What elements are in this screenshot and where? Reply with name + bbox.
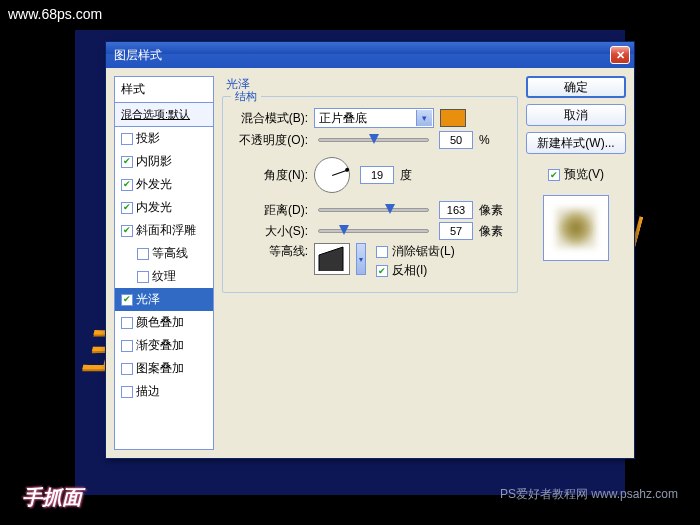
style-label: 斜面和浮雕	[136, 222, 196, 239]
invert-label: 反相(I)	[392, 262, 427, 279]
opacity-label: 不透明度(O):	[233, 132, 308, 149]
style-checkbox[interactable]	[121, 133, 133, 145]
angle-label: 角度(N):	[233, 167, 308, 184]
angle-indicator	[332, 170, 347, 176]
opacity-input[interactable]: 50	[439, 131, 473, 149]
distance-slider[interactable]	[318, 208, 429, 212]
blend-mode-label: 混合模式(B):	[233, 110, 308, 127]
opacity-thumb[interactable]	[369, 134, 379, 144]
style-checkbox[interactable]	[121, 340, 133, 352]
chevron-down-icon: ▾	[359, 255, 363, 264]
structure-fieldset: 结构 混合模式(B): 正片叠底 ▾ 不透明度(O): 50 % 角	[222, 96, 518, 293]
size-row: 大小(S): 57 像素	[233, 222, 507, 240]
style-label: 纹理	[152, 268, 176, 285]
dialog-titlebar[interactable]: 图层样式 ✕	[106, 42, 634, 68]
style-checkbox[interactable]: ✔	[121, 156, 133, 168]
style-label: 投影	[136, 130, 160, 147]
distance-thumb[interactable]	[385, 204, 395, 214]
antialias-checkbox[interactable]	[376, 246, 388, 258]
watermark-bottom-left: 手抓面	[22, 484, 82, 511]
style-label: 描边	[136, 383, 160, 400]
style-checkbox[interactable]	[121, 386, 133, 398]
style-item-1[interactable]: ✔内阴影	[115, 150, 213, 173]
style-item-0[interactable]: 投影	[115, 127, 213, 150]
style-checkbox[interactable]: ✔	[121, 179, 133, 191]
style-item-5[interactable]: 等高线	[115, 242, 213, 265]
blend-mode-select[interactable]: 正片叠底 ▾	[314, 108, 434, 128]
preview-checkbox[interactable]: ✔	[548, 169, 560, 181]
blend-mode-value: 正片叠底	[319, 110, 367, 127]
color-swatch[interactable]	[440, 109, 466, 127]
style-item-3[interactable]: ✔内发光	[115, 196, 213, 219]
angle-unit: 度	[400, 167, 428, 184]
size-unit: 像素	[479, 223, 507, 240]
preview-toggle-row: ✔ 预览(V)	[526, 166, 626, 183]
opacity-row: 不透明度(O): 50 %	[233, 131, 507, 149]
preview-sample	[556, 208, 596, 248]
style-label: 渐变叠加	[136, 337, 184, 354]
style-label: 内阴影	[136, 153, 172, 170]
style-item-11[interactable]: 描边	[115, 380, 213, 403]
distance-row: 距离(D): 163 像素	[233, 201, 507, 219]
style-item-2[interactable]: ✔外发光	[115, 173, 213, 196]
style-label: 内发光	[136, 199, 172, 216]
style-label: 外发光	[136, 176, 172, 193]
preview-label: 预览(V)	[564, 166, 604, 183]
size-thumb[interactable]	[339, 225, 349, 235]
style-label: 光泽	[136, 291, 160, 308]
ok-button[interactable]: 确定	[526, 76, 626, 98]
invert-checkbox[interactable]: ✔	[376, 265, 388, 277]
style-label: 等高线	[152, 245, 188, 262]
style-checkbox[interactable]	[121, 317, 133, 329]
styles-list: 投影✔内阴影✔外发光✔内发光✔斜面和浮雕等高线纹理✔光泽颜色叠加渐变叠加图案叠加…	[115, 127, 213, 449]
style-item-10[interactable]: 图案叠加	[115, 357, 213, 380]
style-preview	[543, 195, 609, 261]
style-item-7[interactable]: ✔光泽	[115, 288, 213, 311]
angle-dial[interactable]	[314, 157, 350, 193]
style-item-6[interactable]: 纹理	[115, 265, 213, 288]
contour-label: 等高线:	[233, 243, 308, 260]
watermark-top: www.68ps.com	[8, 6, 102, 22]
close-icon: ✕	[616, 49, 625, 62]
contour-picker[interactable]	[314, 243, 350, 275]
size-label: 大小(S):	[233, 223, 308, 240]
style-item-4[interactable]: ✔斜面和浮雕	[115, 219, 213, 242]
contour-dropdown[interactable]: ▾	[356, 243, 366, 275]
size-input[interactable]: 57	[439, 222, 473, 240]
styles-list-panel: 样式 混合选项:默认 投影✔内阴影✔外发光✔内发光✔斜面和浮雕等高线纹理✔光泽颜…	[114, 76, 214, 450]
distance-input[interactable]: 163	[439, 201, 473, 219]
antialias-row: 消除锯齿(L)	[376, 243, 455, 260]
style-checkbox[interactable]: ✔	[121, 202, 133, 214]
style-label: 图案叠加	[136, 360, 184, 377]
style-checkbox[interactable]: ✔	[121, 225, 133, 237]
fieldset-legend: 结构	[231, 89, 261, 104]
style-checkbox[interactable]: ✔	[121, 294, 133, 306]
style-checkbox[interactable]	[137, 271, 149, 283]
distance-label: 距离(D):	[233, 202, 308, 219]
angle-row: 角度(N): 19 度	[233, 157, 507, 193]
antialias-label: 消除锯齿(L)	[392, 243, 455, 260]
watermark-bottom-right: PS爱好者教程网 www.psahz.com	[500, 486, 678, 503]
style-checkbox[interactable]	[121, 363, 133, 375]
style-label: 颜色叠加	[136, 314, 184, 331]
style-item-9[interactable]: 渐变叠加	[115, 334, 213, 357]
size-slider[interactable]	[318, 229, 429, 233]
dialog-body: 样式 混合选项:默认 投影✔内阴影✔外发光✔内发光✔斜面和浮雕等高线纹理✔光泽颜…	[106, 68, 634, 458]
dialog-title: 图层样式	[114, 47, 610, 64]
styles-header[interactable]: 样式	[115, 77, 213, 103]
opacity-slider[interactable]	[318, 138, 429, 142]
section-title: 光泽	[222, 76, 518, 96]
invert-row: ✔ 反相(I)	[376, 262, 455, 279]
blending-options-default[interactable]: 混合选项:默认	[115, 103, 213, 127]
style-checkbox[interactable]	[137, 248, 149, 260]
blend-mode-row: 混合模式(B): 正片叠底 ▾	[233, 108, 507, 128]
main-settings-panel: 光泽 结构 混合模式(B): 正片叠底 ▾ 不透明度(O): 50 %	[222, 76, 518, 450]
style-item-8[interactable]: 颜色叠加	[115, 311, 213, 334]
chevron-down-icon: ▾	[416, 110, 432, 126]
cancel-button[interactable]: 取消	[526, 104, 626, 126]
close-button[interactable]: ✕	[610, 46, 630, 64]
contour-icon	[317, 245, 347, 273]
angle-input[interactable]: 19	[360, 166, 394, 184]
new-style-button[interactable]: 新建样式(W)...	[526, 132, 626, 154]
opacity-unit: %	[479, 133, 507, 147]
